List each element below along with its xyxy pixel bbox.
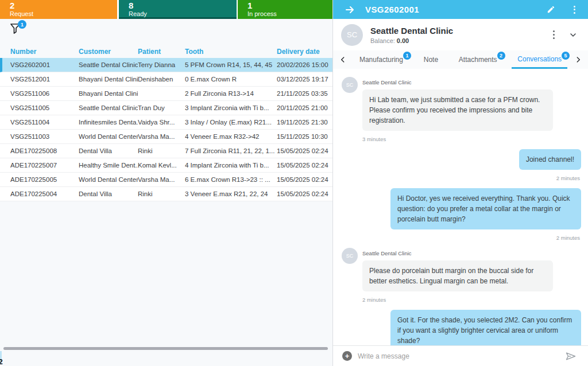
cell-patient: Varsha Ma... bbox=[138, 176, 185, 183]
cell-delivery: 15/05/2025 02:24 bbox=[277, 162, 332, 169]
chevron-down-icon bbox=[568, 30, 578, 40]
status-tab-count: 1 bbox=[247, 1, 332, 10]
cell-customer: Dental Villa bbox=[79, 147, 138, 154]
table-row[interactable]: VSG2602001Seattle Dental ClinicTerry Dia… bbox=[0, 58, 332, 72]
cell-delivery: 15/11/2025 10:30 bbox=[277, 133, 332, 140]
balance-label: Balance: bbox=[370, 37, 395, 44]
status-tab-label: In process bbox=[247, 10, 332, 17]
cell-patient: Terry Dianna bbox=[138, 61, 185, 68]
app-root: 2Request8Ready1In process 1 NumberCustom… bbox=[0, 0, 588, 366]
header-more-menu-button[interactable] bbox=[570, 3, 579, 16]
cell-delivery: 20/02/2026 15:00 bbox=[277, 61, 332, 68]
tab-badge: 5 bbox=[561, 51, 570, 60]
cell-delivery: 20/11/2025 21:00 bbox=[277, 104, 332, 111]
client-info: Seattle Dental Clinic Balance:0.00 bbox=[370, 26, 550, 44]
cell-delivery: 15/05/2025 02:24 bbox=[277, 147, 332, 154]
message-bubble[interactable]: Hi Doctor, yes we received everything. T… bbox=[390, 188, 581, 229]
cell-number: VSG2511006 bbox=[10, 90, 79, 97]
message-sent: Got it. For the shade, you selected 2M2.… bbox=[342, 310, 581, 345]
order-number-title: VSG2602001 bbox=[365, 5, 544, 14]
cell-patient: Rinki bbox=[138, 147, 185, 154]
column-header-delivery-date[interactable]: Delivery date bbox=[277, 48, 332, 56]
message-bubble[interactable]: Please do porcelain butt margin on the b… bbox=[362, 260, 553, 291]
sender-name: Seattle Dental Clinic bbox=[362, 79, 581, 85]
message-received: SCSeattle Dental ClinicPlease do porcela… bbox=[342, 248, 581, 303]
cell-tooth: 2 Full Zirconia R13->14 bbox=[185, 90, 277, 97]
status-tab-label: Request bbox=[10, 10, 117, 17]
cell-number: ADE170225007 bbox=[10, 162, 79, 169]
cell-number: ADE170225008 bbox=[10, 147, 79, 154]
status-tab-count: 2 bbox=[10, 1, 117, 10]
cell-tooth: 0 E.max Crown R bbox=[185, 76, 277, 83]
tab-conversations[interactable]: Conversations5 bbox=[512, 50, 567, 69]
message-timestamp: 2 minutes bbox=[556, 235, 580, 241]
table-row[interactable]: VSG2511005Seattle Dental ClinicTran Duy3… bbox=[0, 101, 332, 115]
status-tab-in-process[interactable]: 1In process bbox=[238, 0, 332, 19]
status-tab-request[interactable]: 2Request bbox=[0, 0, 117, 19]
column-header-customer[interactable]: Customer bbox=[79, 48, 138, 56]
edit-order-button[interactable] bbox=[544, 3, 558, 16]
message-bubble[interactable]: Got it. For the shade, you selected 2M2.… bbox=[390, 310, 581, 345]
cell-patient: Denishaben bbox=[138, 76, 185, 83]
message-composer: + bbox=[333, 345, 588, 366]
cell-customer: Seattle Dental Clinic bbox=[79, 61, 138, 68]
client-balance: Balance:0.00 bbox=[370, 37, 550, 44]
cell-patient: Rinki bbox=[138, 190, 185, 197]
message-body: Seattle Dental ClinicPlease do porcelain… bbox=[362, 248, 581, 303]
cell-delivery: 15/05/2025 02:24 bbox=[277, 190, 332, 197]
send-icon bbox=[565, 351, 577, 362]
tab-manufacturing[interactable]: Manufacturing1 bbox=[354, 50, 409, 69]
tabs-scroll-left-button[interactable] bbox=[336, 50, 349, 69]
cell-number: VSG2602001 bbox=[10, 61, 79, 68]
collapse-client-button[interactable] bbox=[566, 28, 580, 42]
cell-number: VSG2511005 bbox=[10, 104, 79, 111]
table-row[interactable]: ADE170225008Dental VillaRinki7 Full Zirc… bbox=[0, 144, 332, 158]
sender-avatar: SC bbox=[342, 77, 358, 93]
table-row[interactable]: VSG2512001Bhayani Dental ClinicDenishabe… bbox=[0, 72, 332, 87]
cell-delivery: 03/12/2025 19:17 bbox=[277, 76, 332, 83]
table-row[interactable]: ADE170225007Healthy Smile Dent...Komal K… bbox=[0, 158, 332, 173]
clipped-count-text: 2 bbox=[0, 358, 3, 366]
message-received: SCSeattle Dental ClinicHi Lab team, we j… bbox=[342, 77, 581, 142]
orders-toolbar: 1 bbox=[0, 19, 332, 45]
column-header-tooth[interactable]: Tooth bbox=[185, 48, 277, 56]
collapse-panel-button[interactable] bbox=[342, 2, 357, 17]
column-header-number[interactable]: Number bbox=[10, 48, 79, 56]
order-detail-header: VSG2602001 bbox=[333, 0, 588, 19]
table-row[interactable]: VSG2511003World Dental CenterVarsha Ma..… bbox=[0, 130, 332, 144]
cell-number: ADE170225005 bbox=[10, 176, 79, 183]
table-row[interactable]: ADE170225005World Dental CenterVarsha Ma… bbox=[0, 173, 332, 187]
tab-attachments[interactable]: Attachments2 bbox=[453, 50, 503, 69]
status-tabs: 2Request8Ready1In process bbox=[0, 0, 332, 19]
message-input[interactable] bbox=[358, 352, 563, 360]
send-message-button[interactable] bbox=[563, 348, 579, 364]
message-sent: Joined channel!2 minutes bbox=[342, 149, 581, 181]
orders-panel: 2Request8Ready1In process 1 NumberCustom… bbox=[0, 0, 333, 366]
cell-number: VSG2511003 bbox=[10, 133, 79, 140]
cell-tooth: 4 Veneer E.max R32->42 bbox=[185, 133, 277, 140]
cell-patient: Varsha Ma... bbox=[138, 133, 185, 140]
cell-number: ADE170225004 bbox=[10, 190, 79, 197]
horizontal-scrollbar[interactable] bbox=[3, 347, 328, 350]
status-tab-ready[interactable]: 8Ready bbox=[119, 0, 237, 19]
cell-delivery: 15/05/2025 02:24 bbox=[277, 176, 332, 183]
client-avatar: SC bbox=[341, 24, 363, 46]
column-header-patient[interactable]: Patient bbox=[138, 48, 185, 56]
sender-name: Seattle Dental Clinic bbox=[362, 250, 581, 256]
message-bubble[interactable]: Joined channel! bbox=[519, 149, 581, 170]
client-more-menu-button[interactable] bbox=[550, 28, 559, 42]
tabs-scroll-right-button[interactable] bbox=[572, 50, 585, 69]
filter-button[interactable]: 1 bbox=[9, 22, 24, 37]
table-row[interactable]: VSG2511004Infinitesmiles Denta...Vaidya … bbox=[0, 115, 332, 130]
cell-tooth: 7 Full Zirconia R11, 21, 22, 1... bbox=[185, 147, 277, 154]
message-timestamp: 2 minutes bbox=[556, 175, 580, 181]
cell-customer: World Dental Center bbox=[79, 133, 138, 140]
table-row[interactable]: VSG2511006Bhayani Dental Clinic2 Full Zi… bbox=[0, 87, 332, 101]
tab-note[interactable]: Note bbox=[418, 50, 444, 69]
message-bubble[interactable]: Hi Lab team, we just submitted a case fo… bbox=[362, 89, 553, 131]
table-row[interactable]: ADE170225004Dental VillaRinki3 Veneer E.… bbox=[0, 187, 332, 201]
cell-tooth: 6 E.max Crown R13->23 :: ... bbox=[185, 176, 277, 183]
cell-delivery: 21/11/2025 03:35 bbox=[277, 90, 332, 97]
add-attachment-button[interactable]: + bbox=[342, 351, 352, 361]
table-header: NumberCustomerPatientToothDelivery date bbox=[0, 45, 332, 58]
